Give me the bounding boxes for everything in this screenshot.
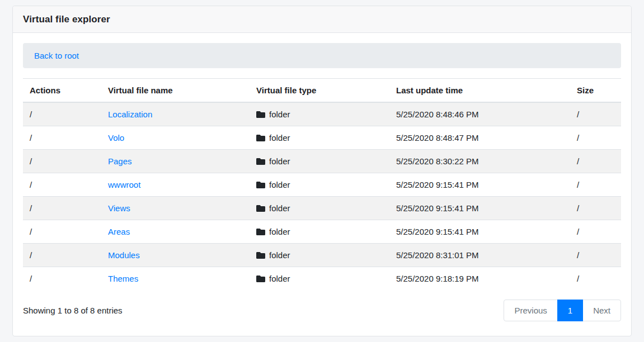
file-type-label: folder	[269, 227, 290, 236]
actions-cell: /	[23, 244, 101, 267]
folder-icon	[256, 251, 265, 260]
size-cell: /	[570, 244, 621, 267]
file-name-link[interactable]: Areas	[108, 227, 130, 236]
last-update-cell: 5/25/2020 9:15:41 PM	[389, 197, 570, 220]
file-type-label: folder	[269, 250, 290, 260]
file-type-label: folder	[269, 156, 290, 166]
folder-icon	[256, 110, 265, 119]
next-button[interactable]: Next	[582, 300, 621, 321]
file-name-link[interactable]: Localization	[108, 110, 152, 119]
pagination-previous[interactable]: Previous	[504, 300, 557, 321]
file-name-link[interactable]: Pages	[108, 156, 132, 166]
actions-cell: /	[23, 150, 101, 173]
size-cell: /	[570, 102, 621, 126]
actions-cell: /	[23, 220, 101, 244]
column-header-actions: Actions	[23, 79, 101, 103]
pagination: Previous 1 Next	[504, 300, 621, 321]
file-name-link[interactable]: Views	[108, 203, 130, 213]
folder-icon	[256, 227, 265, 236]
file-type-label: folder	[269, 110, 290, 119]
pagination-page-1[interactable]: 1	[558, 300, 583, 321]
last-update-cell: 5/25/2020 8:30:22 PM	[389, 150, 570, 173]
last-update-cell: 5/25/2020 9:18:19 PM	[389, 267, 570, 291]
actions-cell: /	[23, 126, 101, 150]
back-to-root-link[interactable]: Back to root	[34, 51, 79, 60]
table-row: / Themes folder 5/25/2020 9:18:19 PM /	[23, 267, 621, 291]
entries-info: Showing 1 to 8 of 8 entries	[23, 306, 123, 315]
breadcrumb-bar: Back to root	[23, 43, 621, 68]
table-row: / Areas folder 5/25/2020 9:15:41 PM /	[23, 220, 621, 244]
file-name-link[interactable]: Themes	[108, 274, 138, 283]
actions-cell: /	[23, 267, 101, 291]
column-header-updated: Last update time	[389, 79, 570, 103]
card-body: Back to root Actions Virtual file name V…	[13, 33, 631, 331]
table-body: / Localization folder 5/25/2020 8:48:46 …	[23, 102, 621, 290]
table-footer: Showing 1 to 8 of 8 entries Previous 1 N…	[23, 300, 621, 321]
size-cell: /	[570, 267, 621, 291]
actions-cell: /	[23, 173, 101, 197]
file-name-link[interactable]: Modules	[108, 250, 140, 260]
last-update-cell: 5/25/2020 9:15:41 PM	[389, 173, 570, 197]
page-1-button[interactable]: 1	[557, 300, 583, 321]
table-row: / Modules folder 5/25/2020 8:31:01 PM /	[23, 244, 621, 267]
file-type-label: folder	[269, 274, 290, 283]
size-cell: /	[570, 150, 621, 173]
table-row: / Volo folder 5/25/2020 8:48:47 PM /	[23, 126, 621, 150]
file-name-link[interactable]: wwwroot	[108, 180, 140, 189]
page-title: Virtual file explorer	[23, 14, 621, 25]
column-header-size: Size	[570, 79, 621, 103]
table-header: Actions Virtual file name Virtual file t…	[23, 79, 621, 103]
virtual-file-explorer-card: Virtual file explorer Back to root Actio…	[12, 6, 632, 336]
size-cell: /	[570, 126, 621, 150]
table-row: / Pages folder 5/25/2020 8:30:22 PM /	[23, 150, 621, 173]
folder-icon	[256, 180, 265, 189]
size-cell: /	[570, 197, 621, 220]
actions-cell: /	[23, 197, 101, 220]
column-header-name: Virtual file name	[101, 79, 250, 103]
previous-button[interactable]: Previous	[504, 300, 557, 321]
table-row: / wwwroot folder 5/25/2020 9:15:41 PM /	[23, 173, 621, 197]
size-cell: /	[570, 173, 621, 197]
file-type-label: folder	[269, 133, 290, 142]
folder-icon	[256, 157, 265, 166]
pagination-next[interactable]: Next	[583, 300, 621, 321]
last-update-cell: 5/25/2020 8:48:46 PM	[389, 102, 570, 126]
card-header: Virtual file explorer	[13, 6, 631, 33]
actions-cell: /	[23, 102, 101, 126]
size-cell: /	[570, 220, 621, 244]
virtual-file-table: Actions Virtual file name Virtual file t…	[23, 78, 621, 290]
folder-icon	[256, 204, 265, 213]
folder-icon	[256, 134, 265, 142]
table-row: / Localization folder 5/25/2020 8:48:46 …	[23, 102, 621, 126]
file-name-link[interactable]: Volo	[108, 133, 124, 142]
file-type-label: folder	[269, 180, 290, 189]
column-header-type: Virtual file type	[250, 79, 389, 103]
last-update-cell: 5/25/2020 8:48:47 PM	[389, 126, 570, 150]
last-update-cell: 5/25/2020 9:15:41 PM	[389, 220, 570, 244]
last-update-cell: 5/25/2020 8:31:01 PM	[389, 244, 570, 267]
table-row: / Views folder 5/25/2020 9:15:41 PM /	[23, 197, 621, 220]
folder-icon	[256, 274, 265, 283]
file-type-label: folder	[269, 203, 290, 213]
